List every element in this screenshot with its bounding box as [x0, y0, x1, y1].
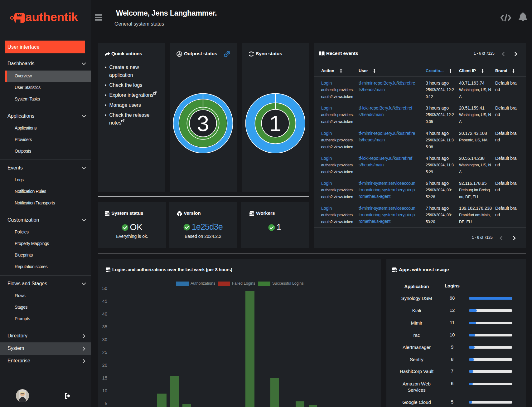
svg-text:3: 3	[197, 111, 209, 136]
svg-text:1: 1	[269, 111, 282, 136]
